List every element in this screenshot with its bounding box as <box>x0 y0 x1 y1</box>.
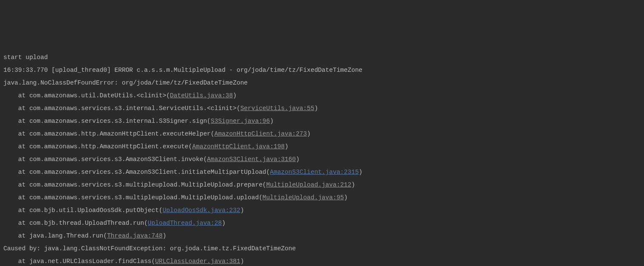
log-text: at com.amazonaws.util.DateUtils.<clinit>… <box>3 92 170 99</box>
log-line: java.lang.NoClassDefFoundError: org/joda… <box>3 76 641 89</box>
log-text: start upload <box>3 54 48 61</box>
log-line: Caused by: java.lang.ClassNotFoundExcept… <box>3 242 641 255</box>
log-text: ) <box>296 156 299 163</box>
log-text: ) <box>240 258 244 265</box>
log-text: ) <box>314 105 318 112</box>
source-link[interactable]: S3Signer.java:96 <box>211 118 270 125</box>
log-text: at java.lang.Thread.run( <box>3 232 107 239</box>
log-text: at com.bjb.thread.UploadThread.run( <box>3 220 148 226</box>
log-text: at com.amazonaws.services.s3.multipleupl… <box>3 181 266 188</box>
console-output: start upload16:39:33.770 [upload_thread0… <box>3 51 641 266</box>
source-link[interactable]: ServiceUtils.java:55 <box>240 105 314 112</box>
log-text: ) <box>285 143 288 150</box>
log-text: at java.net.URLClassLoader.findClass( <box>3 258 155 265</box>
source-link[interactable]: UploadThread.java:28 <box>148 220 222 226</box>
log-line: at com.amazonaws.services.s3.internal.Se… <box>3 102 641 115</box>
log-line: at com.bjb.util.UploadOosSdk.putObject(U… <box>3 204 641 217</box>
log-line: at com.bjb.thread.UploadThread.run(Uploa… <box>3 217 641 229</box>
log-text: at com.bjb.util.UploadOosSdk.putObject( <box>3 207 162 214</box>
log-text: java.lang.NoClassDefFoundError: org/joda… <box>3 79 248 86</box>
source-link[interactable]: DateUtils.java:38 <box>170 92 233 99</box>
log-line: at com.amazonaws.http.AmazonHttpClient.e… <box>3 127 641 140</box>
log-text: ) <box>240 207 244 214</box>
log-line: at com.amazonaws.http.AmazonHttpClient.e… <box>3 140 641 153</box>
source-link[interactable]: UploadOosSdk.java:232 <box>162 207 240 214</box>
log-line: at com.amazonaws.services.s3.multipleupl… <box>3 178 641 191</box>
log-line: at java.net.URLClassLoader.findClass(URL… <box>3 255 641 266</box>
log-line: at com.amazonaws.services.s3.AmazonS3Cli… <box>3 166 641 178</box>
log-text: at com.amazonaws.services.s3.internal.S3… <box>3 118 211 125</box>
log-text: ) <box>222 220 225 226</box>
log-text: at com.amazonaws.http.AmazonHttpClient.e… <box>3 130 214 137</box>
log-text: at com.amazonaws.services.s3.AmazonS3Cli… <box>3 169 270 175</box>
log-line: start upload <box>3 51 641 64</box>
log-text: ) <box>270 118 274 125</box>
source-link[interactable]: AmazonS3Client.java:3160 <box>207 156 296 163</box>
log-text: ) <box>307 130 311 137</box>
source-link[interactable]: AmazonHttpClient.java:198 <box>192 143 285 150</box>
source-link[interactable]: AmazonS3Client.java:2315 <box>270 169 359 175</box>
log-line: 16:39:33.770 [upload_thread0] ERROR c.a.… <box>3 64 641 76</box>
source-link[interactable]: Thread.java:748 <box>107 232 163 239</box>
log-text: 16:39:33.770 [upload_thread0] ERROR c.a.… <box>3 67 362 74</box>
log-text: at com.amazonaws.services.s3.internal.Se… <box>3 105 240 112</box>
log-line: at com.amazonaws.services.s3.internal.S3… <box>3 115 641 127</box>
log-text: at com.amazonaws.http.AmazonHttpClient.e… <box>3 143 192 150</box>
log-text: Caused by: java.lang.ClassNotFoundExcept… <box>3 245 296 252</box>
log-line: at java.lang.Thread.run(Thread.java:748) <box>3 229 641 242</box>
log-line: at com.amazonaws.services.s3.multipleupl… <box>3 191 641 204</box>
log-text: ) <box>359 169 362 175</box>
log-text: ) <box>162 232 166 239</box>
log-text: ) <box>344 194 348 201</box>
source-link[interactable]: URLClassLoader.java:381 <box>155 258 240 265</box>
log-text: at com.amazonaws.services.s3.AmazonS3Cli… <box>3 156 207 163</box>
log-line: at com.amazonaws.services.s3.AmazonS3Cli… <box>3 153 641 166</box>
log-line: at com.amazonaws.util.DateUtils.<clinit>… <box>3 89 641 102</box>
source-link[interactable]: AmazonHttpClient.java:273 <box>214 130 307 137</box>
log-text: at com.amazonaws.services.s3.multipleupl… <box>3 194 262 201</box>
source-link[interactable]: MultipleUpload.java:212 <box>266 181 351 188</box>
source-link[interactable]: MultipleUpload.java:95 <box>262 194 344 201</box>
log-text: ) <box>233 92 237 99</box>
log-text: ) <box>351 181 355 188</box>
